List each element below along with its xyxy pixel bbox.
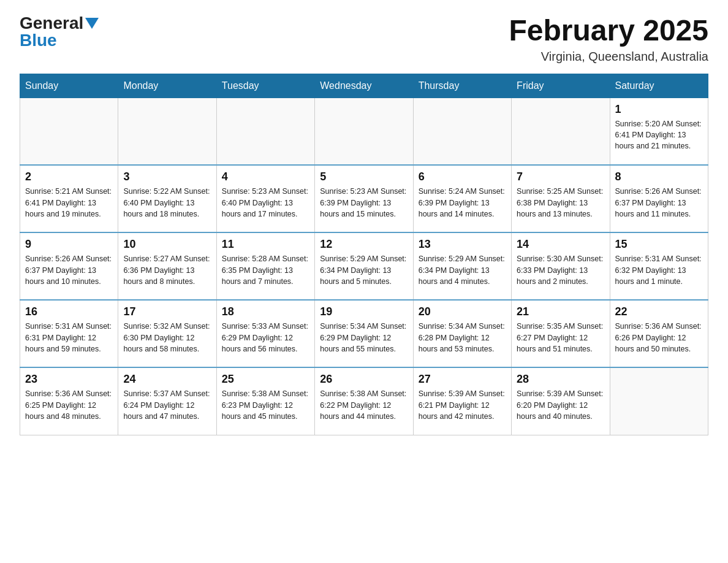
day-number: 19 [320, 304, 408, 320]
day-number: 24 [123, 372, 211, 387]
day-number: 21 [517, 304, 604, 320]
day-info: Sunrise: 5:23 AM Sunset: 6:40 PM Dayligh… [222, 186, 309, 219]
calendar-cell: 19Sunrise: 5:34 AM Sunset: 6:29 PM Dayli… [315, 300, 413, 367]
day-info: Sunrise: 5:24 AM Sunset: 6:39 PM Dayligh… [419, 186, 506, 219]
month-year-title: February 2025 [509, 15, 708, 47]
day-number: 13 [419, 237, 506, 252]
calendar-week-row-2: 2Sunrise: 5:21 AM Sunset: 6:41 PM Daylig… [20, 165, 708, 232]
day-info: Sunrise: 5:38 AM Sunset: 6:23 PM Dayligh… [222, 388, 309, 421]
weekday-header-friday: Friday [512, 74, 610, 98]
day-info: Sunrise: 5:37 AM Sunset: 6:24 PM Dayligh… [123, 388, 211, 421]
day-info: Sunrise: 5:29 AM Sunset: 6:34 PM Dayligh… [419, 253, 506, 286]
day-number: 2 [25, 169, 113, 185]
calendar-cell: 17Sunrise: 5:32 AM Sunset: 6:30 PM Dayli… [118, 300, 216, 367]
day-number: 18 [222, 304, 309, 320]
day-number: 4 [222, 169, 309, 185]
day-info: Sunrise: 5:39 AM Sunset: 6:21 PM Dayligh… [419, 388, 506, 421]
logo: General Blue [20, 15, 99, 49]
weekday-header-wednesday: Wednesday [315, 74, 413, 98]
day-info: Sunrise: 5:26 AM Sunset: 6:37 PM Dayligh… [615, 186, 703, 219]
logo-triangle-icon [85, 18, 99, 29]
day-info: Sunrise: 5:39 AM Sunset: 6:20 PM Dayligh… [517, 388, 604, 421]
calendar-cell [20, 98, 118, 165]
calendar-cell [512, 98, 610, 165]
day-info: Sunrise: 5:23 AM Sunset: 6:39 PM Dayligh… [320, 186, 408, 219]
day-info: Sunrise: 5:22 AM Sunset: 6:40 PM Dayligh… [123, 186, 211, 219]
day-number: 25 [222, 372, 309, 387]
day-number: 9 [25, 237, 113, 252]
weekday-header-saturday: Saturday [610, 74, 708, 98]
calendar-cell: 14Sunrise: 5:30 AM Sunset: 6:33 PM Dayli… [512, 232, 610, 300]
day-number: 10 [123, 237, 211, 252]
day-number: 23 [25, 372, 113, 387]
calendar-cell: 6Sunrise: 5:24 AM Sunset: 6:39 PM Daylig… [413, 165, 511, 232]
calendar-cell: 5Sunrise: 5:23 AM Sunset: 6:39 PM Daylig… [315, 165, 413, 232]
calendar-cell: 18Sunrise: 5:33 AM Sunset: 6:29 PM Dayli… [216, 300, 314, 367]
day-info: Sunrise: 5:34 AM Sunset: 6:29 PM Dayligh… [320, 321, 408, 354]
weekday-header-monday: Monday [118, 74, 216, 98]
calendar-cell: 20Sunrise: 5:34 AM Sunset: 6:28 PM Dayli… [413, 300, 511, 367]
day-info: Sunrise: 5:33 AM Sunset: 6:29 PM Dayligh… [222, 321, 309, 354]
day-info: Sunrise: 5:21 AM Sunset: 6:41 PM Dayligh… [25, 186, 113, 219]
day-info: Sunrise: 5:34 AM Sunset: 6:28 PM Dayligh… [419, 321, 506, 354]
day-number: 12 [320, 237, 408, 252]
calendar-cell [413, 98, 511, 165]
day-number: 15 [615, 237, 703, 252]
day-number: 28 [517, 372, 604, 387]
calendar-cell: 23Sunrise: 5:36 AM Sunset: 6:25 PM Dayli… [20, 367, 118, 435]
day-info: Sunrise: 5:32 AM Sunset: 6:30 PM Dayligh… [123, 321, 211, 354]
calendar-cell: 16Sunrise: 5:31 AM Sunset: 6:31 PM Dayli… [20, 300, 118, 367]
day-info: Sunrise: 5:25 AM Sunset: 6:38 PM Dayligh… [517, 186, 604, 219]
calendar-cell [216, 98, 314, 165]
day-number: 20 [419, 304, 506, 320]
calendar-cell: 27Sunrise: 5:39 AM Sunset: 6:21 PM Dayli… [413, 367, 511, 435]
calendar-cell: 7Sunrise: 5:25 AM Sunset: 6:38 PM Daylig… [512, 165, 610, 232]
day-number: 16 [25, 304, 113, 320]
day-info: Sunrise: 5:20 AM Sunset: 6:41 PM Dayligh… [615, 118, 703, 151]
day-number: 3 [123, 169, 211, 185]
calendar-table: SundayMondayTuesdayWednesdayThursdayFrid… [20, 74, 708, 435]
calendar-week-row-3: 9Sunrise: 5:26 AM Sunset: 6:37 PM Daylig… [20, 232, 708, 300]
day-number: 5 [320, 169, 408, 185]
day-number: 27 [419, 372, 506, 387]
location-subtitle: Virginia, Queensland, Australia [509, 50, 708, 64]
day-info: Sunrise: 5:26 AM Sunset: 6:37 PM Dayligh… [25, 253, 113, 286]
day-info: Sunrise: 5:29 AM Sunset: 6:34 PM Dayligh… [320, 253, 408, 286]
svg-marker-0 [85, 18, 99, 29]
calendar-cell [610, 367, 708, 435]
title-block: February 2025 Virginia, Queensland, Aust… [509, 15, 708, 64]
page-header: General Blue February 2025 Virginia, Que… [20, 15, 708, 64]
weekday-header-sunday: Sunday [20, 74, 118, 98]
day-number: 14 [517, 237, 604, 252]
day-info: Sunrise: 5:36 AM Sunset: 6:26 PM Dayligh… [615, 321, 703, 354]
day-info: Sunrise: 5:35 AM Sunset: 6:27 PM Dayligh… [517, 321, 604, 354]
calendar-cell: 8Sunrise: 5:26 AM Sunset: 6:37 PM Daylig… [610, 165, 708, 232]
day-info: Sunrise: 5:36 AM Sunset: 6:25 PM Dayligh… [25, 388, 113, 421]
weekday-header-thursday: Thursday [413, 74, 511, 98]
day-info: Sunrise: 5:30 AM Sunset: 6:33 PM Dayligh… [517, 253, 604, 286]
calendar-cell: 24Sunrise: 5:37 AM Sunset: 6:24 PM Dayli… [118, 367, 216, 435]
calendar-week-row-5: 23Sunrise: 5:36 AM Sunset: 6:25 PM Dayli… [20, 367, 708, 435]
calendar-cell: 4Sunrise: 5:23 AM Sunset: 6:40 PM Daylig… [216, 165, 314, 232]
calendar-cell [118, 98, 216, 165]
calendar-cell: 1Sunrise: 5:20 AM Sunset: 6:41 PM Daylig… [610, 98, 708, 165]
day-number: 26 [320, 372, 408, 387]
day-number: 17 [123, 304, 211, 320]
calendar-cell: 15Sunrise: 5:31 AM Sunset: 6:32 PM Dayli… [610, 232, 708, 300]
logo-blue-text: Blue [20, 32, 57, 49]
day-info: Sunrise: 5:27 AM Sunset: 6:36 PM Dayligh… [123, 253, 211, 286]
calendar-week-row-1: 1Sunrise: 5:20 AM Sunset: 6:41 PM Daylig… [20, 98, 708, 165]
calendar-cell: 26Sunrise: 5:38 AM Sunset: 6:22 PM Dayli… [315, 367, 413, 435]
day-info: Sunrise: 5:38 AM Sunset: 6:22 PM Dayligh… [320, 388, 408, 421]
calendar-cell: 25Sunrise: 5:38 AM Sunset: 6:23 PM Dayli… [216, 367, 314, 435]
day-info: Sunrise: 5:28 AM Sunset: 6:35 PM Dayligh… [222, 253, 309, 286]
calendar-cell: 28Sunrise: 5:39 AM Sunset: 6:20 PM Dayli… [512, 367, 610, 435]
calendar-cell: 10Sunrise: 5:27 AM Sunset: 6:36 PM Dayli… [118, 232, 216, 300]
calendar-cell: 22Sunrise: 5:36 AM Sunset: 6:26 PM Dayli… [610, 300, 708, 367]
calendar-cell: 13Sunrise: 5:29 AM Sunset: 6:34 PM Dayli… [413, 232, 511, 300]
calendar-cell: 12Sunrise: 5:29 AM Sunset: 6:34 PM Dayli… [315, 232, 413, 300]
calendar-cell: 3Sunrise: 5:22 AM Sunset: 6:40 PM Daylig… [118, 165, 216, 232]
calendar-cell: 2Sunrise: 5:21 AM Sunset: 6:41 PM Daylig… [20, 165, 118, 232]
day-number: 11 [222, 237, 309, 252]
day-info: Sunrise: 5:31 AM Sunset: 6:32 PM Dayligh… [615, 253, 703, 286]
